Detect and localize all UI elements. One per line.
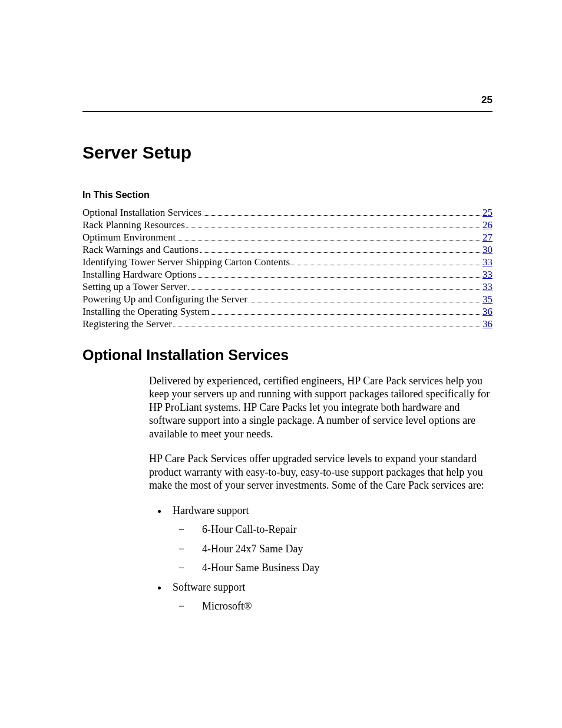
toc-entry-label: Rack Warnings and Cautions xyxy=(82,245,199,256)
toc-page-link[interactable]: 33 xyxy=(482,257,492,268)
bulleted-list: Hardware support−6-Hour Call-to-Repair−4… xyxy=(149,504,492,613)
toc-dot-leader xyxy=(249,293,481,302)
toc-entry-label: Powering Up and Configuring the Server xyxy=(82,294,247,305)
toc-dot-leader xyxy=(291,256,481,265)
toc-dot-leader xyxy=(211,305,481,315)
sub-list-item-label: Microsoft® xyxy=(202,600,252,612)
toc-dot-leader xyxy=(188,281,481,290)
sub-list-item: −6-Hour Call-to-Repair xyxy=(190,523,492,536)
chapter-title: Server Setup xyxy=(82,143,492,163)
toc-page-link[interactable]: 30 xyxy=(482,245,492,256)
list-item-label: Software support xyxy=(173,581,245,593)
sub-list-item: −Microsoft® xyxy=(190,599,492,613)
toc-page-link[interactable]: 33 xyxy=(482,282,492,293)
toc-page-link[interactable]: 36 xyxy=(482,319,492,330)
header-rule xyxy=(82,111,492,112)
toc-entry: Registering the Server36 xyxy=(82,318,492,330)
list-item-label: Hardware support xyxy=(173,505,249,516)
toc-entry-label: Registering the Server xyxy=(82,319,172,330)
toc-dot-leader xyxy=(200,243,481,253)
toc-page-link[interactable]: 33 xyxy=(482,269,492,281)
document-page: 25 Server Setup In This Section Optional… xyxy=(0,0,562,728)
toc-dot-leader xyxy=(198,268,481,278)
sub-list-item-label: 4-Hour 24x7 Same Day xyxy=(202,543,303,555)
paragraph: Delivered by experienced, certified engi… xyxy=(149,374,492,441)
sub-list: −Microsoft® xyxy=(173,599,492,613)
dash-icon: − xyxy=(190,542,202,556)
body-content: Delivered by experienced, certified engi… xyxy=(149,374,492,613)
toc-dot-leader xyxy=(203,206,481,216)
toc-entry: Identifying Tower Server Shipping Carton… xyxy=(82,256,492,268)
toc-entry-label: Rack Planning Resources xyxy=(82,220,185,231)
dash-icon: − xyxy=(190,599,202,613)
toc-entry: Powering Up and Configuring the Server35 xyxy=(82,293,492,305)
toc-page-link[interactable]: 35 xyxy=(482,294,492,305)
toc-entry-label: Optional Installation Services xyxy=(82,207,201,219)
toc-entry-label: Setting up a Tower Server xyxy=(82,282,187,293)
sub-list-item-label: 4-Hour Same Business Day xyxy=(202,562,319,574)
dash-icon: − xyxy=(190,561,202,575)
sub-list-item: −4-Hour 24x7 Same Day xyxy=(190,542,492,556)
toc-entry: Optional Installation Services25 xyxy=(82,206,492,219)
toc-entry-label: Installing Hardware Options xyxy=(82,269,197,281)
in-this-section-label: In This Section xyxy=(82,190,492,200)
toc-entry: Optimum Environment27 xyxy=(82,231,492,243)
toc-page-link[interactable]: 25 xyxy=(482,207,492,219)
toc-page-link[interactable]: 26 xyxy=(482,220,492,231)
sub-list-item-label: 6-Hour Call-to-Repair xyxy=(202,523,296,535)
toc-dot-leader xyxy=(173,318,481,327)
toc-entry: Setting up a Tower Server33 xyxy=(82,281,492,293)
page-number: 25 xyxy=(82,94,492,106)
list-item: Hardware support−6-Hour Call-to-Repair−4… xyxy=(168,504,492,575)
toc-dot-leader xyxy=(186,219,481,228)
section-heading-optional-installation-services: Optional Installation Services xyxy=(82,347,492,364)
paragraph: HP Care Pack Services offer upgraded ser… xyxy=(149,452,492,492)
toc-entry-label: Optimum Environment xyxy=(82,232,176,243)
toc-entry-label: Installing the Operating System xyxy=(82,307,210,318)
toc-entry: Rack Planning Resources26 xyxy=(82,219,492,231)
list-item: Software support−Microsoft® xyxy=(168,581,492,613)
toc-entry: Rack Warnings and Cautions30 xyxy=(82,243,492,256)
toc-page-link[interactable]: 36 xyxy=(482,307,492,318)
sub-list-item: −4-Hour Same Business Day xyxy=(190,561,492,575)
toc-entry: Installing the Operating System36 xyxy=(82,305,492,318)
toc-dot-leader xyxy=(177,231,481,241)
toc-entry-label: Identifying Tower Server Shipping Carton… xyxy=(82,257,290,268)
toc-page-link[interactable]: 27 xyxy=(482,232,492,243)
sub-list: −6-Hour Call-to-Repair−4-Hour 24x7 Same … xyxy=(173,523,492,575)
toc-entry: Installing Hardware Options33 xyxy=(82,268,492,281)
dash-icon: − xyxy=(190,523,202,536)
table-of-contents: Optional Installation Services25Rack Pla… xyxy=(82,206,492,330)
